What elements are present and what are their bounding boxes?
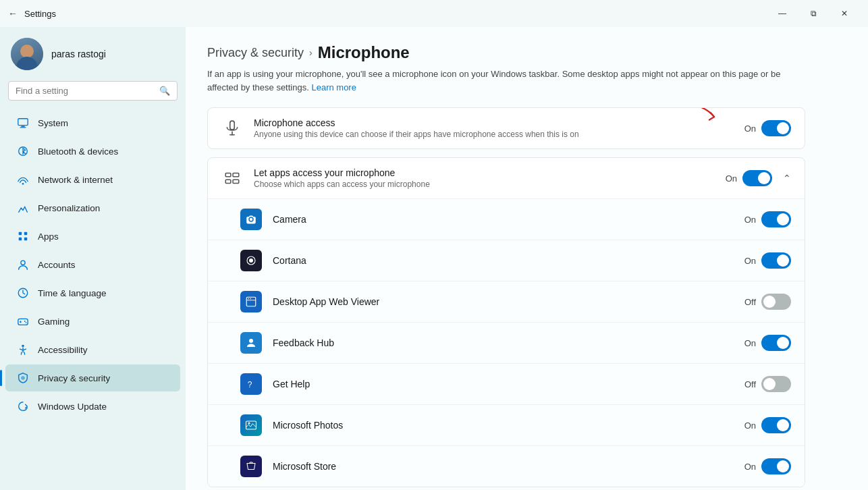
cortana-toggle[interactable]	[761, 252, 791, 269]
svg-rect-6	[24, 232, 28, 236]
sidebar-item-gaming[interactable]: Gaming	[5, 308, 180, 335]
sidebar: paras rastogi 🔍 System	[0, 27, 186, 490]
user-name: paras rastogi	[51, 49, 106, 59]
svg-rect-16	[230, 121, 235, 130]
let-apps-title: Let apps access your microphone	[254, 167, 726, 178]
svg-rect-23	[246, 297, 256, 306]
svg-rect-7	[19, 238, 22, 241]
svg-point-4	[22, 183, 24, 185]
search-icon: 🔍	[159, 86, 170, 96]
gethelp-toggle[interactable]	[761, 376, 791, 392]
store-text: Microsoft Store	[273, 461, 744, 472]
sidebar-item-privacy[interactable]: Privacy & security	[5, 364, 180, 391]
let-apps-text: Let apps access your microphone Choose w…	[254, 167, 726, 189]
feedbackhub-app-icon	[240, 332, 262, 354]
bluetooth-icon	[16, 144, 30, 158]
camera-text: Camera	[273, 214, 744, 225]
sidebar-item-bluetooth[interactable]: Bluetooth & devices	[5, 138, 180, 165]
sidebar-item-personalization[interactable]: Personalization	[5, 194, 180, 221]
sidebar-item-accessibility[interactable]: Accessibility	[5, 336, 180, 363]
sidebar-item-time[interactable]: Time & language	[5, 279, 180, 306]
microphone-access-control: On	[744, 120, 791, 136]
breadcrumb-parent[interactable]: Privacy & security	[207, 46, 304, 60]
search-box[interactable]: 🔍	[8, 81, 178, 101]
back-button[interactable]: ←	[8, 8, 18, 19]
description-text: If an app is using your microphone, you'…	[207, 69, 780, 92]
webviewer-app-icon	[240, 291, 262, 312]
sidebar-item-apps[interactable]: Apps	[5, 223, 180, 250]
store-title: Microsoft Store	[273, 461, 744, 472]
time-icon	[16, 286, 30, 300]
sidebar-label-update: Windows Update	[38, 402, 107, 412]
cortana-app-icon	[240, 250, 262, 271]
cortana-status: On	[744, 256, 756, 266]
store-toggle[interactable]	[761, 458, 791, 474]
svg-point-13	[26, 322, 27, 323]
webviewer-title: Desktop App Web Viewer	[273, 296, 744, 307]
svg-rect-19	[233, 173, 239, 176]
photos-app-icon	[240, 414, 262, 436]
app-container: paras rastogi 🔍 System	[0, 27, 868, 490]
maximize-button[interactable]: ⧉	[798, 3, 829, 24]
svg-point-9	[21, 261, 25, 265]
let-apps-toggle[interactable]	[742, 170, 772, 186]
camera-toggle[interactable]	[761, 211, 791, 227]
expand-chevron[interactable]: ⌃	[783, 173, 791, 184]
app-row-camera: Camera On	[208, 199, 805, 240]
gethelp-control: Off	[744, 376, 791, 392]
main-content: Privacy & security › Microphone If an ap…	[186, 27, 868, 490]
search-input[interactable]	[16, 86, 154, 96]
app-row-cortana: Cortana On	[208, 240, 805, 281]
app-row-photos: Microsoft Photos On	[208, 405, 805, 446]
content-inner: Privacy & security › Microphone If an ap…	[186, 27, 827, 490]
let-apps-row: Let apps access your microphone Choose w…	[208, 158, 805, 199]
accessibility-icon	[16, 343, 30, 356]
microphone-access-desc: Anyone using this device can choose if t…	[254, 130, 744, 139]
sidebar-item-accounts[interactable]: Accounts	[5, 251, 180, 278]
webviewer-toggle[interactable]	[761, 294, 791, 310]
breadcrumb: Privacy & security › Microphone	[207, 43, 805, 62]
network-icon	[16, 173, 30, 186]
camera-status: On	[744, 215, 756, 225]
sidebar-label-privacy: Privacy & security	[38, 373, 110, 383]
svg-point-14	[22, 345, 24, 348]
svg-point-29	[248, 423, 250, 425]
privacy-icon	[16, 371, 30, 385]
feedbackhub-toggle[interactable]	[761, 335, 791, 351]
sidebar-item-system[interactable]: System	[5, 109, 180, 136]
sidebar-label-accounts: Accounts	[38, 260, 76, 270]
let-apps-section: Let apps access your microphone Choose w…	[207, 157, 805, 487]
webviewer-control: Off	[744, 294, 791, 310]
sidebar-label-system: System	[38, 118, 68, 128]
let-apps-control: On ⌃	[726, 170, 791, 186]
gaming-icon	[16, 315, 30, 328]
svg-point-26	[249, 339, 253, 343]
app-row-store: Microsoft Store On	[208, 446, 805, 487]
feedbackhub-title: Feedback Hub	[273, 337, 744, 348]
sidebar-label-gaming: Gaming	[38, 317, 70, 327]
webviewer-text: Desktop App Web Viewer	[273, 296, 744, 307]
camera-control: On	[744, 211, 791, 227]
microphone-access-toggle[interactable]	[761, 120, 791, 136]
sidebar-item-update[interactable]: Windows Update	[5, 393, 180, 420]
let-apps-status: On	[726, 173, 737, 184]
gethelp-status: Off	[744, 379, 756, 389]
store-control: On	[744, 458, 791, 474]
avatar	[11, 38, 43, 70]
sidebar-label-time: Time & language	[38, 288, 107, 298]
update-icon	[16, 400, 30, 413]
annotation-arrow	[666, 107, 720, 126]
learn-more-link[interactable]: Learn more	[311, 82, 356, 92]
close-button[interactable]: ✕	[829, 3, 860, 24]
personalization-icon	[16, 201, 30, 215]
photos-toggle[interactable]	[761, 417, 791, 433]
title-bar-left: ← Settings	[8, 8, 56, 19]
camera-app-icon	[240, 209, 262, 230]
breadcrumb-current: Microphone	[318, 43, 410, 62]
app-row-webviewer: Desktop App Web Viewer Off	[208, 281, 805, 323]
sidebar-item-network[interactable]: Network & internet	[5, 166, 180, 193]
photos-status: On	[744, 420, 756, 431]
feedbackhub-text: Feedback Hub	[273, 337, 744, 348]
minimize-button[interactable]: —	[767, 3, 798, 24]
svg-point-25	[250, 298, 252, 300]
